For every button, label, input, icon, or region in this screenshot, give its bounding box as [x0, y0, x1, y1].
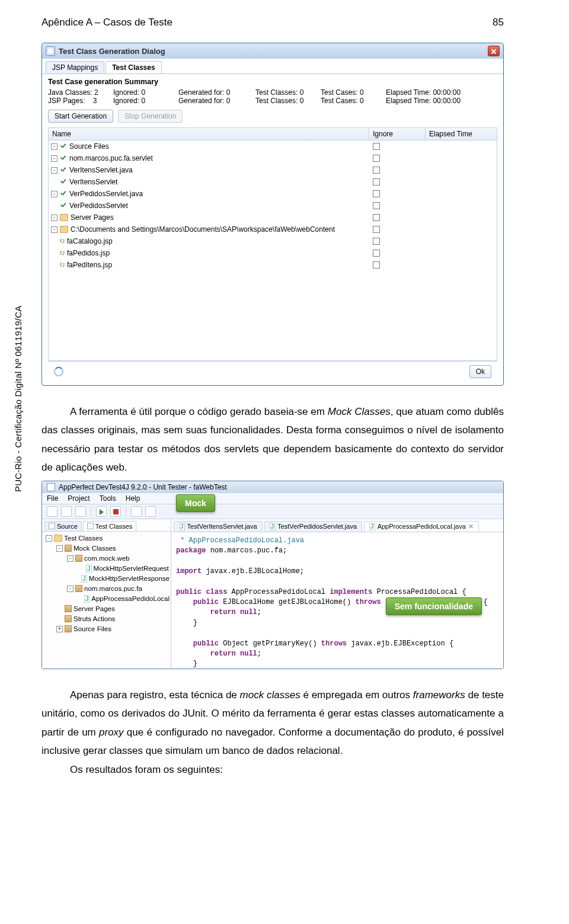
tree-label: MockHttpServletRequest [94, 565, 169, 572]
tab-label: TestVerItensServlet.java [187, 523, 257, 530]
ignore-checkbox[interactable] [373, 202, 380, 209]
editor: JTestVerItensServlet.java JTestVerPedido… [171, 519, 503, 669]
open-icon[interactable] [61, 506, 72, 517]
side-tree-row[interactable]: JMockHttpServletResponse [43, 574, 170, 584]
tree-toggle-icon[interactable]: - [67, 555, 73, 562]
tree-label: Mock Classes [73, 545, 116, 552]
cert-label: PUC-Rio - Certificação Digital Nº 061191… [13, 306, 23, 492]
ignore-checkbox[interactable] [373, 155, 380, 162]
stop-generation-button[interactable]: Stop Generation [118, 110, 183, 123]
tree-label: faCatalogo.jsp [67, 237, 113, 245]
separator [126, 506, 126, 517]
menu-help[interactable]: Help [126, 494, 140, 503]
text-italic: frameworks [413, 689, 465, 701]
save-icon[interactable] [75, 506, 86, 517]
ignore-checkbox[interactable] [373, 167, 380, 174]
dialog-tabs: JSP Mappings Test Classes [42, 59, 503, 73]
file-tree[interactable]: -Source Files-nom.marcos.puc.fa.servlet-… [48, 140, 497, 361]
java-icon: J [86, 565, 92, 573]
dialog-icon [46, 46, 55, 56]
ignore-checkbox[interactable] [373, 226, 380, 233]
side-tree-row[interactable]: JMockHttpServletRequest [43, 564, 170, 574]
ok-button[interactable]: Ok [469, 365, 491, 378]
tab-jsp-mappings[interactable]: JSP Mappings [46, 61, 104, 73]
ide-titlebar[interactable]: AppPerfect DevTest4J 9.2.0 - Unit Tester… [42, 481, 503, 493]
ignore-checkbox[interactable] [373, 178, 380, 186]
package-icon [75, 585, 82, 592]
package-icon [75, 555, 82, 562]
stop-icon[interactable] [110, 506, 121, 517]
ignore-checkbox[interactable] [373, 190, 380, 197]
new-icon[interactable] [47, 506, 57, 517]
side-tree-row[interactable]: -Test Classes [43, 533, 170, 543]
side-tree-row[interactable]: JAppProcessaPedidoLocal [43, 594, 170, 604]
tree-row[interactable]: -Server Pages [49, 212, 497, 223]
side-tree-row[interactable]: +Source Files [43, 624, 170, 634]
stat-label: Generated for: [178, 88, 224, 97]
code-line: javax.ejb.EJBLocalHome; [206, 567, 304, 575]
menu-tools[interactable]: Tools [100, 494, 116, 503]
stat-value: 0 [226, 88, 231, 97]
ignore-checkbox[interactable] [373, 238, 380, 245]
tree-toggle-icon[interactable]: - [56, 545, 63, 552]
text: A ferramenta é útil porque o código gera… [70, 406, 328, 417]
tree-toggle-icon[interactable]: - [51, 215, 57, 221]
menu-project[interactable]: Project [68, 494, 89, 503]
tree-label: VerPedidosServlet [69, 202, 128, 210]
run-icon[interactable] [96, 506, 107, 517]
tree-row[interactable]: VerItensServlet [49, 176, 497, 188]
ignore-checkbox[interactable] [373, 250, 380, 257]
tree-row[interactable]: fJfaCatalogo.jsp [49, 235, 497, 247]
tree-toggle-icon[interactable]: - [51, 167, 57, 174]
check-icon [60, 178, 67, 186]
paragraph-3: Os resultados foram os seguintes: [41, 760, 504, 779]
tree-row[interactable]: -C:\Documents and Settings\Marcos\Docume… [49, 223, 497, 235]
menu-file[interactable]: File [47, 494, 58, 503]
check-icon [60, 190, 67, 197]
paragraph-2: Apenas para registro, esta técnica de mo… [41, 686, 504, 760]
ignore-checkbox[interactable] [373, 143, 380, 150]
ignore-checkbox[interactable] [373, 261, 380, 268]
side-tree-row[interactable]: -nom.marcos.puc.fa [43, 584, 170, 594]
tree-toggle-icon[interactable]: - [67, 586, 73, 592]
side-tree-row[interactable]: Server Pages [43, 604, 170, 614]
tree-toggle-icon[interactable]: - [51, 191, 57, 197]
dialog-titlebar[interactable]: Test Class Generation Dialog [42, 43, 503, 59]
tree-toggle-icon[interactable]: - [51, 226, 57, 233]
sidetab-source[interactable]: Source [44, 521, 82, 531]
side-tree-row[interactable]: -Mock Classes [43, 543, 170, 554]
side-tree-row[interactable]: -com.mock.web [43, 554, 170, 564]
tab-test-classes[interactable]: Test Classes [106, 61, 162, 73]
tree-row[interactable]: -Source Files [49, 140, 497, 152]
text-italic: proxy [99, 727, 124, 738]
tree-row[interactable]: fJfaPedItens.jsp [49, 259, 497, 271]
tree-label: Source Files [69, 142, 109, 151]
tree-toggle-icon[interactable]: - [51, 155, 57, 162]
tool-icon[interactable] [131, 506, 142, 517]
tree-label: VerPedidosServlet.java [69, 190, 143, 198]
col-ignore: Ignore [369, 128, 426, 140]
editor-tab-active[interactable]: JAppProcessaPedidoLocal.java✕ [364, 521, 479, 532]
tree-label: C:\Documents and Settings\Marcos\Documen… [71, 225, 335, 234]
tree-row[interactable]: -VerPedidosServlet.java [49, 188, 497, 200]
tree-row[interactable]: -nom.marcos.puc.fa.servlet [49, 152, 497, 164]
editor-tab[interactable]: JTestVerItensServlet.java [174, 521, 263, 532]
start-generation-button[interactable]: Start Generation [48, 110, 113, 123]
summary-title: Test Case generation Summary [48, 78, 497, 86]
tool-icon[interactable] [145, 506, 156, 517]
side-tree-row[interactable]: Struts Actions [43, 614, 170, 624]
ignore-checkbox[interactable] [373, 214, 380, 221]
close-icon[interactable] [488, 46, 500, 56]
editor-tab[interactable]: JTestVerPedidosServlet.java [264, 521, 362, 532]
tree-row[interactable]: -VerItensServlet.java [49, 164, 497, 176]
check-icon [60, 143, 67, 150]
tree-row[interactable]: VerPedidosServlet [49, 200, 497, 212]
tree-toggle-icon[interactable]: + [56, 626, 63, 632]
side-tree[interactable]: -Test Classes-Mock Classes-com.mock.webJ… [42, 531, 171, 636]
sidetab-test-classes[interactable]: Test Classes [83, 521, 136, 531]
tree-toggle-icon[interactable]: - [51, 143, 57, 150]
test-icon [87, 523, 94, 529]
tree-toggle-icon[interactable]: - [46, 535, 52, 542]
tree-row[interactable]: fJfaPedidos.jsp [49, 247, 497, 259]
close-tab-icon[interactable]: ✕ [468, 523, 474, 530]
